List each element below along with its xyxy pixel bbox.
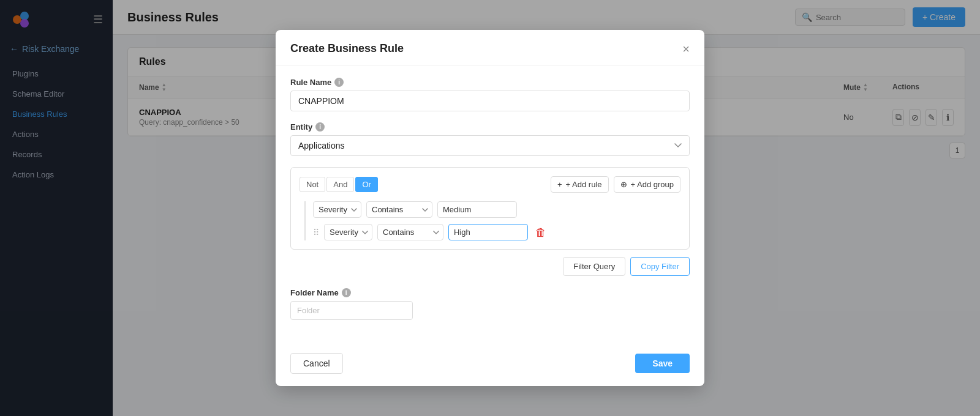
rule-name-label: Rule Name i <box>290 78 690 87</box>
add-group-plus-icon: ⊕ <box>620 180 627 189</box>
delete-rule-button[interactable]: 🗑 <box>533 227 549 238</box>
folder-name-input[interactable] <box>290 301 413 320</box>
folder-name-label: Folder Name i <box>290 288 690 297</box>
not-toggle-button[interactable]: Not <box>300 177 325 192</box>
rule-field-select-2[interactable]: Severity Status Type <box>324 224 372 240</box>
filter-controls: Not And Or + + Add rule ⊕ + Add group <box>300 176 680 193</box>
entity-info-icon: i <box>315 122 325 132</box>
modal-footer: Cancel Save <box>276 343 704 386</box>
cancel-button[interactable]: Cancel <box>290 353 343 374</box>
filter-rules-list: Severity Status Type Contains Equals Not… <box>304 201 680 240</box>
folder-name-group: Folder Name i <box>290 288 690 320</box>
modal-overlay: Create Business Rule × Rule Name i Entit… <box>0 0 980 416</box>
filter-toggle-group: Not And Or <box>300 177 378 192</box>
filter-rule-row: Severity Status Type Contains Equals Not… <box>313 201 680 218</box>
add-group-button[interactable]: ⊕ + Add group <box>614 176 680 193</box>
and-toggle-button[interactable]: And <box>326 177 354 192</box>
rule-name-group: Rule Name i <box>290 78 690 111</box>
copy-filter-button[interactable]: Copy Filter <box>630 257 690 276</box>
rule-operator-select-1[interactable]: Contains Equals Not Contains <box>366 201 432 218</box>
add-rule-button[interactable]: + + Add rule <box>551 176 609 193</box>
create-business-rule-modal: Create Business Rule × Rule Name i Entit… <box>276 30 704 386</box>
filter-query-button[interactable]: Filter Query <box>563 257 625 276</box>
modal-body: Rule Name i Entity i Applications Alerts… <box>276 65 704 343</box>
filter-actions-right: + + Add rule ⊕ + Add group <box>551 176 680 193</box>
add-rule-plus-icon: + <box>557 180 562 189</box>
rule-operator-select-2[interactable]: Contains Equals Not Contains <box>377 224 443 240</box>
modal-title: Create Business Rule <box>290 42 404 55</box>
rule-field-select-1[interactable]: Severity Status Type <box>313 201 361 218</box>
drag-handle-icon[interactable]: ⠿ <box>313 228 319 237</box>
rule-name-info-icon: i <box>334 78 344 87</box>
rule-value-input-1[interactable] <box>437 201 517 218</box>
entity-select[interactable]: Applications Alerts Assets Users <box>290 135 690 156</box>
modal-header: Create Business Rule × <box>276 30 704 65</box>
save-button[interactable]: Save <box>635 354 690 373</box>
entity-label: Entity i <box>290 122 690 132</box>
rule-value-input-2[interactable] <box>448 224 528 240</box>
rule-name-input[interactable] <box>290 91 690 111</box>
filter-rule-row: ⠿ Severity Status Type Contains Equals N… <box>313 224 680 240</box>
or-toggle-button[interactable]: Or <box>355 177 377 192</box>
add-rule-label: + Add rule <box>566 180 602 189</box>
add-group-label: + Add group <box>631 180 674 189</box>
filter-box: Not And Or + + Add rule ⊕ + Add group <box>290 167 690 250</box>
modal-close-button[interactable]: × <box>682 43 690 55</box>
folder-name-info-icon: i <box>342 288 351 297</box>
filter-footer: Filter Query Copy Filter <box>290 257 690 276</box>
entity-group: Entity i Applications Alerts Assets User… <box>290 122 690 156</box>
